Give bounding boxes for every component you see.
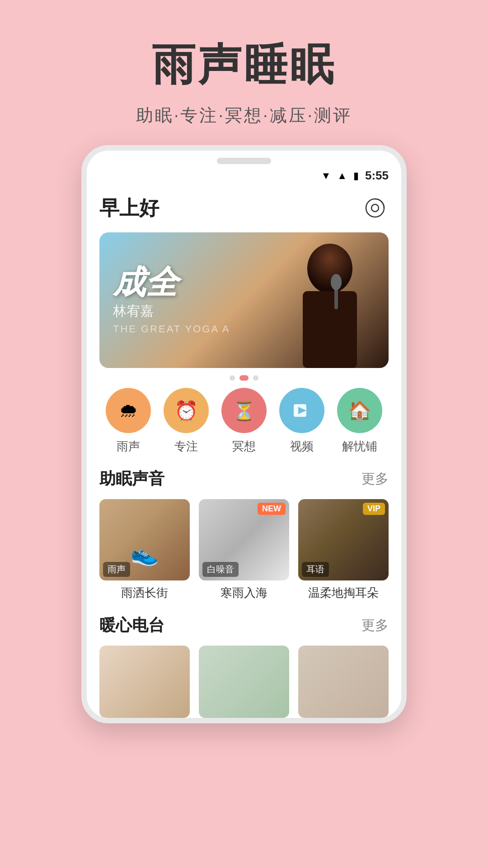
sound-card-1[interactable]: 👟 雨声 雨洒长街 (99, 499, 190, 601)
app-subtitle: 助眠·专注·冥想·减压·测评 (136, 104, 352, 127)
radio-cards (99, 646, 389, 718)
radio-card-2[interactable] (199, 646, 289, 718)
wifi-icon: ▼ (321, 170, 331, 182)
category-video-label: 视频 (290, 439, 314, 454)
app-header: 早上好 (99, 185, 389, 232)
category-rain-icon: 🌧 (106, 388, 151, 433)
svg-point-2 (307, 244, 352, 293)
radio-header: 暖心电台 更多 (99, 614, 389, 637)
sound-name-2: 寒雨入海 (199, 585, 289, 601)
svg-point-5 (331, 274, 342, 290)
dot-2[interactable] (239, 375, 249, 381)
status-time: 5:55 (365, 169, 389, 183)
dot-1[interactable] (230, 375, 235, 381)
badge-vip: VIP (363, 503, 385, 515)
banner[interactable]: 成全 林宥嘉 THE GREAT YOGA A (99, 232, 389, 368)
sleep-sounds-more[interactable]: 更多 (361, 470, 389, 488)
status-bar: ▼ ▲ ▮ 5:55 (87, 164, 401, 185)
category-shop-label: 解忧铺 (342, 439, 377, 454)
category-shop-icon: 🏠 (337, 388, 382, 433)
radio-more[interactable]: 更多 (361, 616, 389, 635)
banner-text: 成全 林宥嘉 THE GREAT YOGA A (99, 252, 244, 349)
banner-subtitle: THE GREAT YOGA A (113, 323, 230, 335)
sleep-sounds-title: 助眠声音 (99, 468, 164, 490)
sound-card-3[interactable]: VIP 耳语 温柔地掏耳朵 (298, 499, 389, 601)
dot-3[interactable] (253, 375, 258, 381)
greeting-text: 早上好 (99, 195, 159, 222)
top-area: 雨声睡眠 助眠·专注·冥想·减压·测评 (0, 0, 488, 145)
category-meditation-icon: ⏳ (221, 388, 267, 433)
sound-tag-3: 耳语 (302, 562, 329, 577)
app-title: 雨声睡眠 (152, 36, 336, 95)
sound-thumb-2: NEW 白噪音 (199, 499, 289, 580)
category-rain[interactable]: 🌧 雨声 (106, 388, 151, 454)
shoes-decoration: 👟 (131, 541, 159, 567)
badge-new: NEW (258, 503, 286, 515)
sound-tag-2: 白噪音 (202, 562, 239, 577)
sound-name-3: 温柔地掏耳朵 (298, 585, 389, 601)
category-meditation-label: 冥想 (232, 439, 256, 454)
banner-content: 成全 林宥嘉 THE GREAT YOGA A (99, 232, 389, 368)
phone-speaker (217, 158, 271, 164)
category-focus-label: 专注 (174, 439, 198, 454)
category-rain-label: 雨声 (117, 439, 140, 454)
categories: 🌧 雨声 ⏰ 专注 ⏳ 冥想 (99, 388, 389, 454)
banner-artist: 林宥嘉 (113, 302, 230, 321)
music-button[interactable] (361, 194, 389, 222)
radio-card-3[interactable] (298, 646, 389, 718)
category-shop[interactable]: 🏠 解忧铺 (337, 388, 382, 454)
sound-thumb-1: 👟 雨声 (99, 499, 190, 580)
sleep-sounds-header: 助眠声音 更多 (99, 468, 389, 490)
category-video-icon (279, 388, 324, 433)
sound-card-2[interactable]: NEW 白噪音 寒雨入海 (199, 499, 289, 601)
sound-name-1: 雨洒长街 (99, 585, 190, 601)
phone-wrapper: ▼ ▲ ▮ 5:55 早上好 (75, 145, 413, 868)
category-video[interactable]: 视频 (279, 388, 324, 454)
sound-cards: 👟 雨声 雨洒长街 NEW 白噪音 寒雨入海 VIP (99, 499, 389, 601)
svg-point-1 (371, 204, 379, 212)
sound-tag-1: 雨声 (103, 562, 130, 577)
svg-rect-3 (303, 291, 357, 368)
banner-dots (99, 375, 389, 381)
signal-icon: ▲ (337, 170, 347, 182)
sound-thumb-3: VIP 耳语 (298, 499, 389, 580)
phone-mockup: ▼ ▲ ▮ 5:55 早上好 (81, 145, 407, 723)
category-meditation[interactable]: ⏳ 冥想 (221, 388, 267, 454)
app-content: 早上好 成全 林宥嘉 THE GREAT YOGA A (87, 185, 401, 718)
battery-icon: ▮ (353, 170, 359, 182)
category-focus[interactable]: ⏰ 专注 (164, 388, 209, 454)
radio-card-1[interactable] (99, 646, 190, 718)
radio-title: 暖心电台 (99, 614, 164, 637)
banner-title: 成全 (113, 266, 230, 298)
category-focus-icon: ⏰ (164, 388, 209, 433)
